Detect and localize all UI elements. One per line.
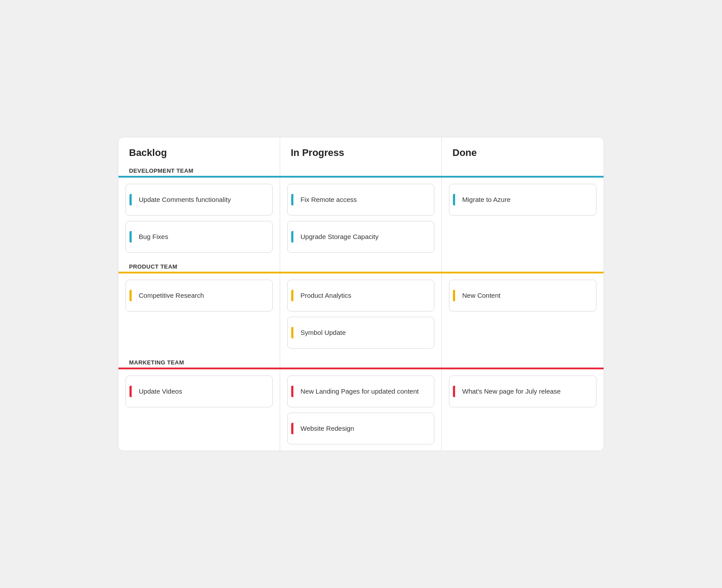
card-accent (129, 194, 132, 205)
card-team0-col1-0[interactable]: Fix Remote access (287, 184, 434, 216)
card-text: Upgrade Storage Capacity (300, 231, 426, 243)
team-label-cell-2-0: MARKETING TEAM (118, 355, 280, 368)
card-team0-col1-1[interactable]: Upgrade Storage Capacity (287, 221, 434, 253)
card-team1-col0-0[interactable]: Competitive Research (125, 280, 273, 311)
card-accent (453, 194, 455, 205)
card-team0-col0-0[interactable]: Update Comments functionality (125, 184, 273, 216)
card-text: Migrate to Azure (462, 194, 588, 205)
card-accent (291, 386, 293, 397)
card-accent (291, 231, 293, 243)
card-accent (129, 231, 132, 243)
card-text: Competitive Research (139, 290, 264, 301)
card-accent (453, 386, 455, 397)
col-header-done: Done (442, 137, 604, 163)
col-cards-team2-col1: New Landing Pages for updated contentWeb… (280, 369, 442, 451)
cards-row-1: Competitive ResearchProduct AnalyticsSym… (118, 273, 604, 355)
card-accent (129, 386, 132, 397)
card-team2-col1-1[interactable]: Website Redesign (287, 413, 434, 444)
card-text: Website Redesign (300, 423, 426, 434)
card-text: New Content (462, 290, 588, 301)
col-cards-team0-col2: Migrate to Azure (442, 178, 604, 259)
card-text: What's New page for July release (462, 386, 588, 397)
card-team1-col2-0[interactable]: New Content (449, 280, 597, 311)
col-cards-team2-col0: Update Videos (118, 369, 280, 451)
col-header-in-progress: In Progress (280, 137, 442, 163)
card-team2-col1-0[interactable]: New Landing Pages for updated content (287, 376, 434, 407)
card-team0-col0-1[interactable]: Bug Fixes (125, 221, 273, 253)
team-label-cell-0-0: DEVELOPMENT TEAM (118, 163, 280, 176)
team-label-cell-1-0: PRODUCT TEAM (118, 259, 280, 272)
col-cards-team1-col1: Product AnalyticsSymbol Update (280, 273, 442, 355)
team-label-cell-0-1 (280, 163, 442, 176)
card-team2-col0-0[interactable]: Update Videos (125, 376, 273, 407)
card-team1-col1-0[interactable]: Product Analytics (287, 280, 434, 311)
card-team0-col2-0[interactable]: Migrate to Azure (449, 184, 597, 216)
card-text: Symbol Update (300, 327, 426, 338)
card-accent (291, 194, 293, 205)
team-label-cell-2-1 (280, 355, 442, 368)
col-cards-team2-col2: What's New page for July release (442, 369, 604, 451)
cards-row-2: Update VideosNew Landing Pages for updat… (118, 369, 604, 451)
board-body: DEVELOPMENT TEAMUpdate Comments function… (118, 163, 604, 451)
col-cards-team0-col1: Fix Remote accessUpgrade Storage Capacit… (280, 178, 442, 259)
card-accent (129, 290, 132, 301)
col-header-backlog: Backlog (118, 137, 280, 163)
team-label-row-0: DEVELOPMENT TEAM (118, 163, 604, 176)
card-text: Bug Fixes (139, 231, 264, 243)
team-label-cell-1-1 (280, 259, 442, 272)
card-text: New Landing Pages for updated content (300, 386, 426, 397)
team-label-row-2: MARKETING TEAM (118, 355, 604, 368)
card-text: Update Videos (139, 386, 264, 397)
team-label-cell-2-2 (442, 355, 604, 368)
col-cards-team1-col0: Competitive Research (118, 273, 280, 355)
card-text: Fix Remote access (300, 194, 426, 205)
col-cards-team0-col0: Update Comments functionalityBug Fixes (118, 178, 280, 259)
card-team2-col2-0[interactable]: What's New page for July release (449, 376, 597, 407)
team-label-cell-1-2 (442, 259, 604, 272)
card-accent (453, 290, 455, 301)
kanban-board: Backlog In Progress Done DEVELOPMENT TEA… (118, 137, 604, 451)
team-label-row-1: PRODUCT TEAM (118, 259, 604, 272)
card-text: Product Analytics (300, 290, 426, 301)
card-accent (291, 327, 293, 338)
cards-row-0: Update Comments functionalityBug FixesFi… (118, 178, 604, 259)
column-headers: Backlog In Progress Done (118, 137, 604, 163)
card-accent (291, 290, 293, 301)
card-team1-col1-1[interactable]: Symbol Update (287, 317, 434, 349)
team-label-cell-0-2 (442, 163, 604, 176)
card-accent (291, 423, 293, 434)
col-cards-team1-col2: New Content (442, 273, 604, 355)
card-text: Update Comments functionality (139, 194, 264, 205)
